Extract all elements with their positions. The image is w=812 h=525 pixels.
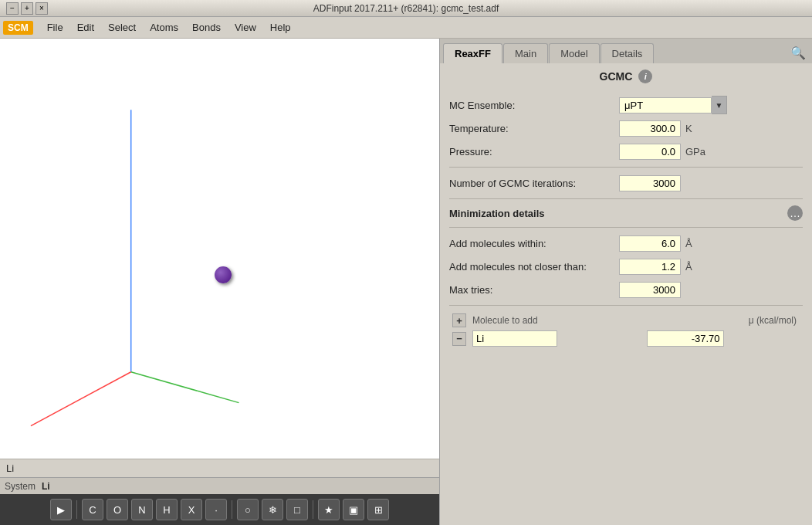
- info-icon[interactable]: i: [638, 69, 652, 83]
- window-title: ADFinput 2017.211+ (r62841): gcmc_test.a…: [52, 3, 760, 14]
- tool-oxygen[interactable]: O: [107, 499, 128, 520]
- section-title-text: GCMC: [600, 70, 633, 83]
- tool-hydrogen[interactable]: H: [156, 499, 178, 520]
- tool-grid-square[interactable]: ▣: [343, 499, 364, 520]
- not-closer-row: Add molecules not closer than: Å: [449, 257, 803, 276]
- mc-ensemble-select[interactable]: μPT μVT NPT: [619, 97, 712, 113]
- temperature-row: Temperature: K: [449, 119, 803, 137]
- max-tries-label: Max tries:: [449, 284, 619, 296]
- menu-atoms[interactable]: Atoms: [144, 19, 184, 36]
- mc-ensemble-select-wrap: μPT μVT NPT ▼: [619, 96, 727, 114]
- not-closer-input[interactable]: [619, 259, 681, 275]
- remove-cell-0: −: [449, 329, 469, 348]
- tool-dot[interactable]: ·: [205, 499, 227, 520]
- tool-separator-1: [76, 500, 77, 519]
- svg-line-1: [131, 372, 239, 403]
- close-button[interactable]: ×: [36, 2, 48, 15]
- menu-view[interactable]: View: [228, 19, 262, 36]
- atom-sphere: [215, 266, 232, 283]
- system-value: Li: [42, 481, 50, 492]
- tool-carbon[interactable]: C: [82, 499, 103, 520]
- col-molecule-header: Molecule to add: [469, 312, 644, 329]
- minimize-button[interactable]: −: [6, 2, 19, 15]
- system-bar: System Li: [0, 477, 439, 494]
- axes-svg: [0, 39, 439, 459]
- tool-snowflake[interactable]: ❄: [262, 499, 283, 520]
- menu-edit[interactable]: Edit: [71, 19, 100, 36]
- right-panel: ReaxFF Main Model Details 🔍 GCMC i MC En…: [440, 39, 812, 525]
- panel-content: GCMC i MC Ensemble: μPT μVT NPT ▼ Temper…: [440, 63, 812, 525]
- pressure-row: Pressure: GPa: [449, 142, 803, 161]
- iterations-input[interactable]: [619, 175, 681, 191]
- tab-reaxff[interactable]: ReaxFF: [443, 43, 502, 63]
- tab-main[interactable]: Main: [503, 43, 548, 63]
- tool-square[interactable]: □: [286, 499, 308, 520]
- tool-circle[interactable]: ○: [237, 499, 259, 520]
- pressure-unit: GPa: [685, 146, 705, 158]
- max-tries-row: Max tries:: [449, 280, 803, 299]
- max-tries-input[interactable]: [619, 282, 681, 298]
- tool-separator-2: [232, 500, 232, 519]
- atom-label: Li: [6, 462, 14, 474]
- tab-details[interactable]: Details: [601, 43, 655, 63]
- molecule-table: + Molecule to add μ (kcal/mol) −: [449, 312, 803, 348]
- section-title-row: GCMC i: [449, 69, 803, 86]
- menu-file[interactable]: File: [41, 19, 69, 36]
- pressure-label: Pressure:: [449, 146, 619, 158]
- svg-line-2: [31, 372, 131, 426]
- add-within-input[interactable]: [619, 235, 681, 252]
- molecule-mu-input-0[interactable]: [647, 330, 724, 347]
- not-closer-unit: Å: [685, 261, 692, 273]
- add-within-label: Add molecules within:: [449, 238, 619, 249]
- system-label: System: [5, 481, 36, 492]
- iterations-row: Number of GCMC iterations:: [449, 174, 803, 192]
- tool-separator-3: [313, 500, 313, 519]
- search-icon[interactable]: 🔍: [787, 42, 809, 63]
- mc-ensemble-arrow[interactable]: ▼: [712, 96, 727, 114]
- viewport-status: Li: [0, 459, 439, 477]
- molecule-mu-cell-0: [644, 329, 803, 348]
- tool-grid[interactable]: ⊞: [367, 499, 389, 520]
- viewport-panel: Li System Li ▶ C O N H X · ○ ❄ □ ★ ▣ ⊞: [0, 39, 440, 525]
- add-molecule-btn[interactable]: +: [452, 313, 466, 327]
- divider-4: [449, 305, 803, 306]
- menu-help[interactable]: Help: [264, 19, 297, 36]
- tool-nitrogen[interactable]: N: [131, 499, 153, 520]
- temperature-unit: K: [685, 123, 692, 134]
- divider-2: [449, 198, 803, 199]
- col-mu-header: μ (kcal/mol): [644, 312, 803, 329]
- temperature-input[interactable]: [619, 120, 681, 137]
- canvas-area[interactable]: [0, 39, 439, 459]
- molecule-row-0: −: [449, 329, 803, 348]
- menu-bonds[interactable]: Bonds: [186, 19, 227, 36]
- add-within-unit: Å: [685, 238, 692, 249]
- molecule-name-cell-0: [469, 329, 644, 348]
- col-add-header: +: [449, 312, 469, 329]
- menu-select[interactable]: Select: [102, 19, 142, 36]
- temperature-label: Temperature:: [449, 123, 619, 134]
- tabs-bar: ReaxFF Main Model Details 🔍: [440, 39, 812, 63]
- minimization-header: Minimization details …: [449, 205, 803, 221]
- remove-molecule-btn-0[interactable]: −: [452, 332, 466, 346]
- tool-star[interactable]: ★: [318, 499, 340, 520]
- divider-1: [449, 167, 803, 168]
- toolbar: ▶ C O N H X · ○ ❄ □ ★ ▣ ⊞: [0, 494, 439, 525]
- add-within-row: Add molecules within: Å: [449, 234, 803, 252]
- pressure-input[interactable]: [619, 144, 681, 160]
- iterations-label: Number of GCMC iterations:: [449, 178, 619, 189]
- maximize-button[interactable]: +: [21, 2, 33, 15]
- minimization-title: Minimization details: [449, 208, 545, 219]
- molecule-name-input-0[interactable]: [472, 330, 557, 347]
- minimization-expand-btn[interactable]: …: [787, 205, 803, 221]
- tab-model[interactable]: Model: [549, 43, 599, 63]
- not-closer-label: Add molecules not closer than:: [449, 261, 619, 273]
- scm-logo[interactable]: SCM: [3, 21, 33, 35]
- titlebar: − + × ADFinput 2017.211+ (r62841): gcmc_…: [0, 0, 812, 17]
- mc-ensemble-row: MC Ensemble: μPT μVT NPT ▼: [449, 96, 803, 114]
- mc-ensemble-label: MC Ensemble:: [449, 100, 619, 111]
- divider-3: [449, 227, 803, 228]
- tool-play[interactable]: ▶: [50, 499, 72, 520]
- menubar: SCM File Edit Select Atoms Bonds View He…: [0, 17, 812, 39]
- tool-x[interactable]: X: [181, 499, 202, 520]
